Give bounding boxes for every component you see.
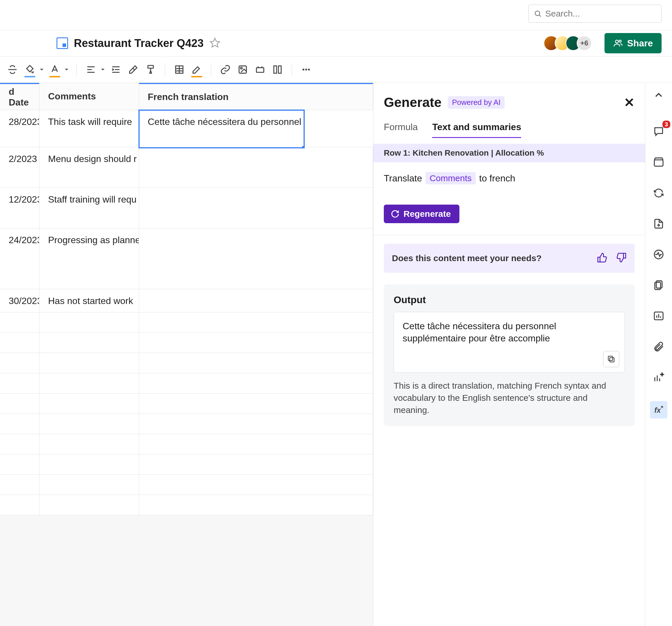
share-button[interactable]: Share xyxy=(604,33,662,53)
svg-point-0 xyxy=(535,11,540,16)
ai-badge: Powered by AI xyxy=(448,96,505,109)
rail-button[interactable] xyxy=(652,309,666,323)
feedback-question: Does this content meet your needs? xyxy=(392,253,542,263)
selected-cell[interactable]: Cette tâche nécessitera du personnel sup… xyxy=(139,110,304,148)
table-row[interactable]: 12/2023 Staff training will requ xyxy=(0,188,373,228)
table-row[interactable]: 24/2023 Progressing as planne xyxy=(0,228,373,289)
text-color-button[interactable] xyxy=(48,62,62,77)
svg-rect-31 xyxy=(610,357,614,362)
more-button[interactable] xyxy=(299,62,313,77)
tab-text-summaries[interactable]: Text and summaries xyxy=(432,122,521,138)
column-button[interactable] xyxy=(270,62,285,77)
favorite-button[interactable] xyxy=(210,38,220,49)
svg-point-26 xyxy=(303,69,304,70)
fill-color-button[interactable] xyxy=(23,62,37,77)
prompt-chip[interactable]: Comments xyxy=(426,172,476,184)
rail-button[interactable] xyxy=(652,278,666,292)
thumbs-down-icon xyxy=(616,252,626,263)
attachment-icon xyxy=(653,341,665,352)
chevron-up-icon xyxy=(653,89,665,101)
svg-rect-21 xyxy=(256,68,264,72)
chart-sparkle-icon xyxy=(653,372,665,383)
prompt-suffix: to french xyxy=(479,173,515,184)
svg-rect-14 xyxy=(148,66,153,68)
image-button[interactable] xyxy=(236,62,250,77)
svg-rect-32 xyxy=(608,356,613,361)
svg-line-1 xyxy=(539,15,541,17)
highlight-button[interactable] xyxy=(189,62,204,77)
svg-point-28 xyxy=(308,69,310,70)
avatar-more[interactable]: +6 xyxy=(577,36,592,51)
sheet-icon xyxy=(56,38,68,49)
column-header-french[interactable]: French translation xyxy=(139,83,373,110)
archive-icon xyxy=(653,157,665,168)
right-rail: 3 fx xyxy=(645,83,672,626)
column-header-date[interactable]: d Date xyxy=(0,83,40,110)
align-dropdown[interactable] xyxy=(100,62,106,77)
people-icon xyxy=(613,38,623,48)
avatar-stack[interactable]: +6 xyxy=(544,36,592,51)
page-title: Restaurant Tracker Q423 xyxy=(74,37,203,50)
output-note: This is a direct translation, matching F… xyxy=(394,380,625,416)
refresh-icon xyxy=(391,210,400,218)
rail-button[interactable] xyxy=(652,370,666,384)
svg-point-4 xyxy=(619,40,621,42)
svg-line-13 xyxy=(133,68,135,70)
svg-rect-25 xyxy=(278,66,281,73)
spreadsheet[interactable]: d Date Comments French translation 28/20… xyxy=(0,83,373,626)
copy-button[interactable] xyxy=(603,351,619,367)
table-row[interactable]: 2/2023 Menu design should r xyxy=(0,147,373,188)
rail-button[interactable] xyxy=(652,217,666,231)
svg-text:fx: fx xyxy=(654,406,661,414)
text-color-dropdown[interactable] xyxy=(64,62,70,77)
prompt-input[interactable]: Translate Comments to french xyxy=(384,172,634,184)
tab-formula[interactable]: Formula xyxy=(384,122,418,138)
fx-sparkle-icon: fx xyxy=(653,404,665,416)
refresh-alt-icon xyxy=(653,187,665,199)
thumbs-down-button[interactable] xyxy=(616,252,626,264)
svg-point-20 xyxy=(240,67,242,69)
panel-title: Generate xyxy=(384,94,441,110)
indent-button[interactable] xyxy=(109,62,123,77)
column-header-comments[interactable]: Comments xyxy=(40,83,139,110)
svg-point-3 xyxy=(616,40,618,43)
files-icon xyxy=(653,279,665,291)
widget-button[interactable] xyxy=(253,62,267,77)
collapse-rail-button[interactable] xyxy=(652,88,666,102)
share-label: Share xyxy=(627,38,653,49)
svg-rect-33 xyxy=(654,160,663,166)
svg-marker-2 xyxy=(210,38,220,47)
thumbs-up-icon xyxy=(597,252,607,263)
toolbar xyxy=(0,56,672,83)
table-row[interactable]: 28/2023 This task will require Cette tâc… xyxy=(0,110,373,147)
output-card: Output Cette tâche nécessitera du person… xyxy=(384,284,634,426)
search-box[interactable] xyxy=(528,5,662,23)
search-input[interactable] xyxy=(545,9,656,19)
svg-rect-29 xyxy=(598,257,600,262)
link-button[interactable] xyxy=(218,62,233,77)
strikethrough-button[interactable] xyxy=(5,62,20,77)
format-painter-button[interactable] xyxy=(143,62,158,77)
align-button[interactable] xyxy=(84,62,98,77)
generate-rail-button[interactable]: fx xyxy=(650,401,667,418)
table-button[interactable] xyxy=(172,62,187,77)
table-row[interactable]: 30/2023 Has not started work xyxy=(0,289,373,312)
rail-button[interactable] xyxy=(652,248,666,261)
rail-button[interactable] xyxy=(652,340,666,353)
bar-chart-icon xyxy=(653,310,665,322)
regenerate-button[interactable]: Regenerate xyxy=(384,205,459,223)
thumbs-up-button[interactable] xyxy=(597,252,607,264)
activity-icon xyxy=(653,249,665,260)
copy-icon xyxy=(607,355,616,364)
fill-color-dropdown[interactable] xyxy=(39,62,45,77)
rail-button[interactable] xyxy=(652,155,666,169)
clear-format-button[interactable] xyxy=(126,62,141,77)
rail-button[interactable] xyxy=(652,186,666,200)
feedback-box: Does this content meet your needs? xyxy=(384,244,634,273)
search-icon xyxy=(534,9,542,18)
chat-icon xyxy=(653,126,665,137)
close-button[interactable]: ✕ xyxy=(624,95,634,110)
prompt-prefix: Translate xyxy=(384,173,422,184)
comments-rail-button[interactable]: 3 xyxy=(652,124,666,139)
svg-rect-30 xyxy=(624,253,626,258)
